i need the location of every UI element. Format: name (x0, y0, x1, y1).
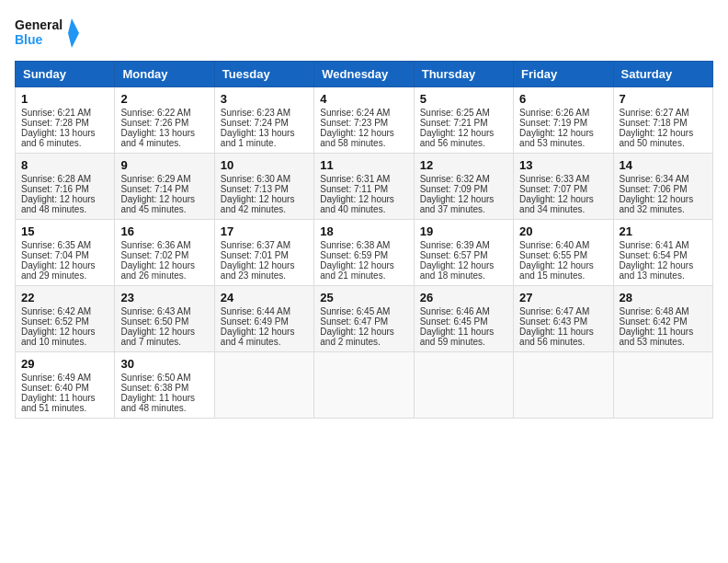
sunrise-text: Sunrise: 6:40 AM (519, 240, 607, 250)
daylight-text: Daylight: 11 hours and 53 minutes. (620, 327, 707, 347)
sunset-text: Sunset: 7:09 PM (420, 184, 507, 194)
sunrise-text: Sunrise: 6:27 AM (620, 108, 707, 118)
daylight-text: Daylight: 12 hours and 18 minutes. (420, 260, 507, 281)
calendar-cell: 18Sunrise: 6:38 AMSunset: 6:59 PMDayligh… (314, 220, 414, 286)
svg-text:Blue: Blue (15, 32, 43, 47)
daylight-text: Daylight: 12 hours and 45 minutes. (120, 194, 208, 214)
sunrise-text: Sunrise: 6:25 AM (420, 108, 507, 118)
calendar-cell: 22Sunrise: 6:42 AMSunset: 6:52 PMDayligh… (16, 286, 115, 352)
daylight-text: Daylight: 12 hours and 40 minutes. (320, 194, 407, 214)
daylight-text: Daylight: 12 hours and 15 minutes. (519, 260, 607, 281)
calendar-week-row: 8Sunrise: 6:28 AMSunset: 7:16 PMDaylight… (16, 154, 713, 220)
calendar-cell: 8Sunrise: 6:28 AMSunset: 7:16 PMDaylight… (16, 154, 115, 220)
svg-marker-2 (68, 18, 79, 48)
day-number: 19 (420, 224, 507, 238)
day-number: 14 (620, 158, 707, 172)
col-header-saturday: Saturday (613, 62, 712, 87)
daylight-text: Daylight: 13 hours and 6 minutes. (21, 128, 108, 148)
svg-text:General: General (15, 17, 63, 32)
sunset-text: Sunset: 6:47 PM (320, 316, 407, 327)
sunrise-text: Sunrise: 6:22 AM (120, 108, 208, 118)
day-number: 20 (519, 224, 607, 238)
day-number: 26 (420, 291, 507, 304)
sunset-text: Sunset: 7:06 PM (620, 184, 707, 194)
calendar-cell (514, 352, 613, 419)
day-number: 12 (420, 158, 507, 172)
sunset-text: Sunset: 7:07 PM (519, 184, 607, 194)
col-header-thursday: Thursday (414, 62, 513, 87)
sunset-text: Sunset: 6:43 PM (519, 316, 607, 327)
sunrise-text: Sunrise: 6:35 AM (21, 240, 108, 250)
calendar-week-row: 1Sunrise: 6:21 AMSunset: 7:28 PMDaylight… (16, 87, 713, 154)
calendar-cell (414, 352, 513, 419)
daylight-text: Daylight: 13 hours and 4 minutes. (120, 128, 208, 148)
sunrise-text: Sunrise: 6:39 AM (420, 240, 507, 250)
sunset-text: Sunset: 6:52 PM (21, 316, 108, 327)
sunset-text: Sunset: 6:54 PM (620, 250, 707, 260)
calendar-cell: 3Sunrise: 6:23 AMSunset: 7:24 PMDaylight… (214, 87, 313, 154)
daylight-text: Daylight: 11 hours and 48 minutes. (120, 393, 208, 413)
calendar-cell: 11Sunrise: 6:31 AMSunset: 7:11 PMDayligh… (314, 154, 414, 220)
daylight-text: Daylight: 12 hours and 58 minutes. (320, 128, 407, 148)
calendar-cell: 19Sunrise: 6:39 AMSunset: 6:57 PMDayligh… (414, 220, 513, 286)
logo: General Blue (15, 15, 79, 52)
daylight-text: Daylight: 12 hours and 53 minutes. (519, 128, 607, 148)
sunrise-text: Sunrise: 6:21 AM (21, 108, 108, 118)
day-number: 25 (320, 291, 407, 304)
sunset-text: Sunset: 7:21 PM (420, 118, 507, 128)
calendar-cell: 16Sunrise: 6:36 AMSunset: 7:02 PMDayligh… (115, 220, 214, 286)
calendar-week-row: 22Sunrise: 6:42 AMSunset: 6:52 PMDayligh… (16, 286, 713, 352)
daylight-text: Daylight: 12 hours and 7 minutes. (120, 327, 208, 347)
daylight-text: Daylight: 11 hours and 51 minutes. (21, 393, 108, 413)
calendar-cell: 24Sunrise: 6:44 AMSunset: 6:49 PMDayligh… (214, 286, 313, 352)
page-header: General Blue (15, 15, 713, 52)
sunset-text: Sunset: 7:23 PM (320, 118, 407, 128)
day-number: 27 (519, 291, 607, 304)
sunrise-text: Sunrise: 6:31 AM (320, 174, 407, 184)
sunrise-text: Sunrise: 6:34 AM (620, 174, 707, 184)
day-number: 2 (120, 92, 208, 106)
sunset-text: Sunset: 7:19 PM (519, 118, 607, 128)
daylight-text: Daylight: 12 hours and 29 minutes. (21, 260, 108, 281)
sunrise-text: Sunrise: 6:23 AM (221, 108, 308, 118)
daylight-text: Daylight: 12 hours and 56 minutes. (420, 128, 507, 148)
daylight-text: Daylight: 12 hours and 48 minutes. (21, 194, 108, 214)
sunrise-text: Sunrise: 6:47 AM (519, 306, 607, 316)
sunset-text: Sunset: 6:59 PM (320, 250, 407, 260)
day-number: 23 (120, 291, 208, 304)
calendar-header-row: SundayMondayTuesdayWednesdayThursdayFrid… (16, 62, 713, 87)
daylight-text: Daylight: 13 hours and 1 minute. (221, 128, 308, 148)
calendar-cell: 13Sunrise: 6:33 AMSunset: 7:07 PMDayligh… (514, 154, 613, 220)
calendar-cell: 7Sunrise: 6:27 AMSunset: 7:18 PMDaylight… (613, 87, 712, 154)
day-number: 18 (320, 224, 407, 238)
calendar-cell: 26Sunrise: 6:46 AMSunset: 6:45 PMDayligh… (414, 286, 513, 352)
sunrise-text: Sunrise: 6:33 AM (519, 174, 607, 184)
day-number: 7 (620, 92, 707, 106)
day-number: 1 (21, 92, 108, 106)
daylight-text: Daylight: 12 hours and 34 minutes. (519, 194, 607, 214)
sunset-text: Sunset: 6:42 PM (620, 316, 707, 327)
calendar-cell: 6Sunrise: 6:26 AMSunset: 7:19 PMDaylight… (514, 87, 613, 154)
sunrise-text: Sunrise: 6:30 AM (221, 174, 308, 184)
calendar-cell: 2Sunrise: 6:22 AMSunset: 7:26 PMDaylight… (115, 87, 214, 154)
calendar-cell: 29Sunrise: 6:49 AMSunset: 6:40 PMDayligh… (16, 352, 115, 419)
sunrise-text: Sunrise: 6:38 AM (320, 240, 407, 250)
calendar-cell: 30Sunrise: 6:50 AMSunset: 6:38 PMDayligh… (115, 352, 214, 419)
sunset-text: Sunset: 6:55 PM (519, 250, 607, 260)
calendar-cell: 5Sunrise: 6:25 AMSunset: 7:21 PMDaylight… (414, 87, 513, 154)
sunset-text: Sunset: 7:11 PM (320, 184, 407, 194)
sunrise-text: Sunrise: 6:24 AM (320, 108, 407, 118)
sunrise-text: Sunrise: 6:26 AM (519, 108, 607, 118)
sunrise-text: Sunrise: 6:36 AM (120, 240, 208, 250)
calendar-cell: 15Sunrise: 6:35 AMSunset: 7:04 PMDayligh… (16, 220, 115, 286)
sunset-text: Sunset: 7:24 PM (221, 118, 308, 128)
calendar-cell: 12Sunrise: 6:32 AMSunset: 7:09 PMDayligh… (414, 154, 513, 220)
sunrise-text: Sunrise: 6:48 AM (620, 306, 707, 316)
daylight-text: Daylight: 12 hours and 42 minutes. (221, 194, 308, 214)
sunrise-text: Sunrise: 6:43 AM (120, 306, 208, 316)
sunset-text: Sunset: 6:57 PM (420, 250, 507, 260)
daylight-text: Daylight: 12 hours and 32 minutes. (620, 194, 707, 214)
calendar-cell (314, 352, 414, 419)
sunset-text: Sunset: 7:02 PM (120, 250, 208, 260)
day-number: 16 (120, 224, 208, 238)
